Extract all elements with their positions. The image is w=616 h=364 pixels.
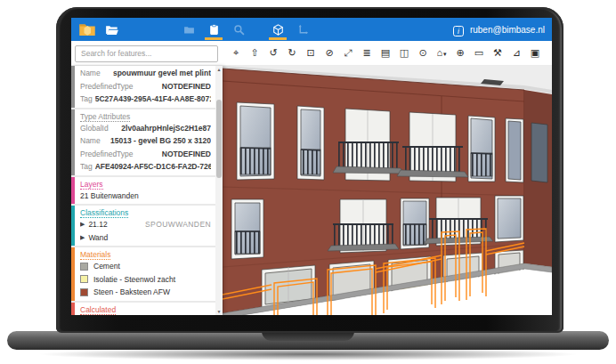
classifications-row[interactable]: ▶Wand [80,231,211,245]
sidebar-scrollbar[interactable]: ▲ ▼ [215,66,223,315]
laptop-shadow [36,348,580,360]
row-value: 5C27A439-295A-41F4-AA8E-8071... [95,94,211,103]
material-swatch [80,288,88,296]
fit-view-icon[interactable]: ⊡ [303,48,319,58]
type-attributes-row[interactable]: Name15013 - gevel BG 250 x 3120 [80,134,211,148]
hide-section-icon[interactable]: ⊘ [321,48,337,58]
row-value: AFE40924-AF5C-D1C6-FA2D-7260... [95,162,211,171]
tab-cube[interactable] [265,18,290,41]
section-title-materials[interactable]: Materials [80,248,211,260]
rotate-ccw-icon[interactable]: ↺ [265,48,281,58]
info-icon[interactable]: i [453,24,464,35]
section-layers: Layers21 Buitenwanden [71,177,215,205]
attributes-row[interactable]: Tag5C27A439-295A-41F4-AA8E-8071... [80,93,211,106]
toolbar-row: ⌖⇧↺↻⊡⊘⤢≣▤◫⊙⌂▾⊕▭⚒⊿▣ [71,41,552,66]
app-window: i ruben@bimbase.nl ⌖⇧↺↻⊡⊘⤢≣▤◫⊙⌂▾⊕▭⚒⊿▣ Na… [71,18,552,315]
type-attributes-row[interactable]: GlobalId2lv0aahrpHnlejSc2H1e87 [80,122,211,135]
section-calculated: Calculated▶Bounds [71,303,215,316]
section-title-classifications[interactable]: Classifications [80,206,211,218]
row-value: NOTDEFINED [158,82,211,91]
tab-clipboard[interactable] [201,18,226,41]
type-attributes-row[interactable]: TagAFE40924-AF5C-D1C6-FA2D-7260... [80,160,211,174]
tab-folder[interactable] [176,18,201,41]
classifications-row[interactable]: ▶21.12SPOUWWANDEN [80,218,211,231]
row-value: 2lv0aahrpHnlejSc2H1e87 [118,124,211,133]
row-label: Cement [93,262,120,271]
scroll-down-icon[interactable]: ▼ [215,308,223,315]
section-title-type-attributes[interactable]: Type Attributes [80,110,211,122]
section-title-layers[interactable]: Layers [80,178,211,190]
section-materials: MaterialsCementIsolatie - Steenwol zacht… [71,247,215,301]
fullscreen-icon[interactable]: ⤢ [340,48,356,58]
search-icon [233,24,245,36]
tab-search[interactable] [226,18,251,41]
app-topbar: i ruben@bimbase.nl [71,18,552,41]
row-label: Name [80,136,101,145]
viewport-3d[interactable] [223,66,552,315]
row-value: SPOUWWANDEN [142,220,211,229]
row-label: Wand [88,233,108,242]
materials-row[interactable]: Isolatie - Steenwol zacht [80,273,211,287]
bimbase-logo-icon [78,22,96,36]
attributes-row[interactable]: PredefinedTypeNOTDEFINED [80,80,211,93]
notes-icon[interactable]: ▤ [377,48,393,58]
row-label: GlobalId [80,124,109,133]
row-value: 15013 - gevel BG 250 x 3120 [107,136,211,145]
type-attributes-row[interactable]: PredefinedTypeNOTDEFINED [80,148,211,161]
axes-icon [297,24,309,36]
cube-icon [272,24,284,36]
door-icon[interactable]: ◫ [396,48,412,58]
keyboard-icon[interactable]: ▭ [471,48,487,58]
attributes-row[interactable]: Namespouwmuur gevel met plint [80,67,211,80]
materials-row[interactable]: Steen - Baksteen AFW [80,286,211,299]
section-attributes: Namespouwmuur gevel met plintPredefinedT… [71,66,215,108]
row-label: PredefinedType [80,150,134,158]
select-object-icon[interactable]: ⌖ [228,48,244,58]
clipboard-icon [208,24,220,36]
row-label: Tag [80,94,93,103]
rotate-cw-icon[interactable]: ↻ [284,48,300,58]
account-badge-icon[interactable]: ▣ [527,48,543,58]
layers-row[interactable]: 21 Buitenwanden [80,190,211,203]
expander-icon[interactable]: ▶ [80,234,85,241]
scrollbar-thumb[interactable] [216,100,222,178]
row-label: Name [80,69,101,77]
open-folder-icon[interactable] [105,24,119,36]
row-value: NOTDEFINED [158,150,211,158]
tab-axes[interactable] [290,18,315,41]
row-label: PredefinedType [80,82,134,91]
row-value: spouwmuur gevel met plint [109,69,211,77]
camera-icon[interactable]: ⊙ [415,48,431,58]
row-label: 21.12 [88,220,107,229]
properties-sidebar: Namespouwmuur gevel met plintPredefinedT… [71,66,223,315]
row-label: Tag [80,162,93,171]
material-swatch [80,275,88,283]
materials-row[interactable]: Cement [80,260,211,273]
chevron-down-icon[interactable]: ▾ [443,51,447,57]
view-up-icon[interactable]: ⇧ [247,48,263,58]
measure-icon[interactable]: ⊿ [508,48,524,58]
storeys-icon[interactable]: ≣ [359,48,375,58]
globe-icon[interactable]: ⊕ [452,48,468,58]
expander-icon[interactable]: ▶ [80,221,85,228]
section-classifications: Classifications▶21.12SPOUWWANDEN▶Wand [71,206,215,246]
section-title-calculated[interactable]: Calculated [80,303,211,315]
svg-text:i: i [458,27,460,36]
scroll-up-icon[interactable]: ▲ [215,66,223,73]
calculated-row[interactable]: ▶Bounds [80,315,211,316]
folder-icon [183,24,195,36]
material-swatch [80,263,88,271]
row-label: Steen - Baksteen AFW [93,287,170,296]
home-view-icon[interactable]: ⌂▾ [434,48,450,58]
section-type-attributes: Type AttributesGlobalId2lv0aahrpHnlejSc2… [71,109,215,175]
tools-icon[interactable]: ⚒ [490,48,506,58]
row-label: 21 Buitenwanden [80,191,139,200]
laptop-mockup: i ruben@bimbase.nl ⌖⇧↺↻⊡⊘⤢≣▤◫⊙⌂▾⊕▭⚒⊿▣ Na… [0,0,616,364]
account-email[interactable]: ruben@bimbase.nl [470,25,545,35]
search-input[interactable] [75,45,218,62]
row-label: Isolatie - Steenwol zacht [93,275,175,284]
